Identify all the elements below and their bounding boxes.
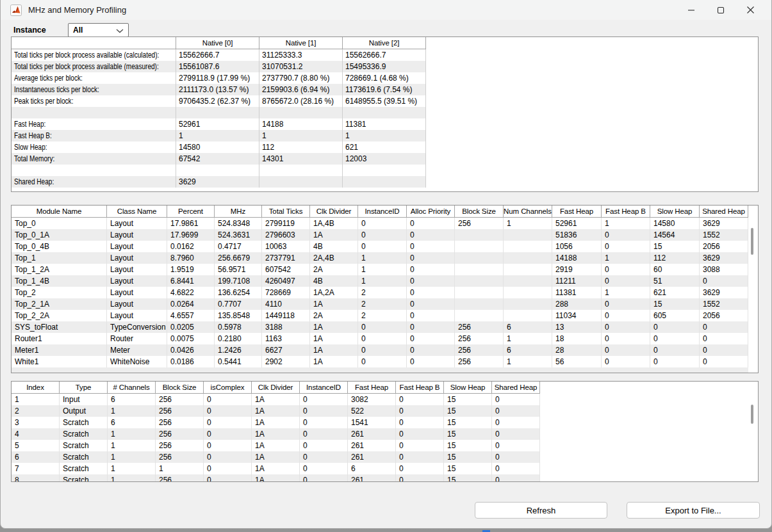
table-cell[interactable]: 1 <box>602 287 650 298</box>
table-cell[interactable]: Top_0_1A <box>12 229 107 241</box>
table-cell[interactable]: Router1 <box>12 333 107 344</box>
table-cell[interactable]: 6148955.5 (39.51 %) <box>343 95 426 107</box>
table-cell[interactable]: 288 <box>552 298 602 310</box>
table-cell[interactable]: 0 <box>407 356 455 367</box>
table-cell[interactable]: 67542 <box>176 153 259 165</box>
table-cell[interactable]: 256 <box>156 428 204 440</box>
table-cell[interactable]: Output <box>60 405 108 417</box>
table-cell[interactable]: 3629 <box>700 252 748 264</box>
table-cell[interactable]: 0 <box>300 440 348 451</box>
table-cell[interactable]: Top_2_2A <box>12 310 107 321</box>
table-cell[interactable]: 1 <box>358 275 407 287</box>
table-cell[interactable]: 0 <box>602 333 650 344</box>
table-cell[interactable]: 1A,4B <box>310 218 358 229</box>
table-cell[interactable]: 0 <box>358 321 407 333</box>
table-row[interactable]: 8Scratch125601A02610150 <box>12 474 540 482</box>
vertical-scrollbar-thumb[interactable] <box>751 228 753 255</box>
table-cell[interactable]: 1A <box>310 321 358 333</box>
table-cell[interactable]: 0 <box>492 451 540 463</box>
table-cell[interactable]: 199.7108 <box>215 275 262 287</box>
table-cell[interactable]: Peak ticks per block: <box>12 95 176 107</box>
table-cell[interactable]: 2 <box>358 310 407 321</box>
table-cell[interactable] <box>504 264 552 275</box>
table-cell[interactable]: 0 <box>700 356 748 367</box>
table-cell[interactable]: 0 <box>602 241 650 252</box>
table-cell[interactable]: 0 <box>492 463 540 474</box>
table-row[interactable]: 3Scratch625601A015410150 <box>12 417 540 428</box>
table-cell[interactable]: Fast Heap B: <box>12 130 176 141</box>
table-cell[interactable]: 524.3631 <box>215 229 262 241</box>
table-cell[interactable]: 256 <box>156 405 204 417</box>
table-cell[interactable] <box>343 107 426 118</box>
table-cell[interactable]: 14188 <box>552 252 602 264</box>
table-cell[interactable]: Layout <box>107 218 167 229</box>
table-cell[interactable]: 2056 <box>700 310 748 321</box>
table-cell[interactable]: 256.6679 <box>215 252 262 264</box>
table-cell[interactable]: 1A <box>252 474 300 482</box>
table-cell[interactable]: 135.8548 <box>215 310 262 321</box>
table-cell[interactable]: 11381 <box>343 118 426 130</box>
table-cell[interactable]: 2 <box>358 298 407 310</box>
table-cell[interactable]: 0 <box>396 394 444 405</box>
table-cell[interactable]: 6.8441 <box>167 275 215 287</box>
table-cell[interactable]: 1A <box>252 428 300 440</box>
table-cell[interactable]: 0 <box>602 344 650 356</box>
table-cell[interactable] <box>455 264 504 275</box>
table-cell[interactable]: 261 <box>348 428 396 440</box>
table-cell[interactable]: 12003 <box>343 153 426 165</box>
table-cell[interactable]: 2799119 <box>262 218 310 229</box>
table-cell[interactable]: 0 <box>407 298 455 310</box>
refresh-button[interactable]: Refresh <box>475 502 607 519</box>
table-cell[interactable]: Top_0 <box>12 218 107 229</box>
table-cell[interactable]: 3188 <box>262 321 310 333</box>
table-cell[interactable]: 10063 <box>262 241 310 252</box>
table-cell[interactable]: 0 <box>358 333 407 344</box>
table-cell[interactable]: Scratch <box>60 428 108 440</box>
table-cell[interactable]: 0 <box>492 405 540 417</box>
table-cell[interactable]: 0.0075 <box>167 333 215 344</box>
table-cell[interactable]: 0 <box>396 451 444 463</box>
table-cell[interactable]: 0.5441 <box>215 356 262 367</box>
table-cell[interactable]: Layout <box>107 275 167 287</box>
table-cell[interactable]: 31125333.3 <box>259 49 343 61</box>
table-cell[interactable]: 2737791 <box>262 252 310 264</box>
table-cell[interactable]: 2A <box>310 264 358 275</box>
table-cell[interactable]: 17.9699 <box>167 229 215 241</box>
table-cell[interactable]: 1552 <box>700 298 748 310</box>
table-cell[interactable]: 0 <box>300 451 348 463</box>
table-cell[interactable]: 1A <box>310 356 358 367</box>
table-cell[interactable]: 52961 <box>176 118 259 130</box>
table-cell[interactable]: 8765672.0 (28.16 %) <box>259 95 343 107</box>
maximize-button[interactable] <box>706 0 735 20</box>
table-cell[interactable]: 1 <box>108 405 156 417</box>
table-row[interactable]: 6Scratch125601A02610150 <box>12 451 540 463</box>
table-cell[interactable]: Scratch <box>60 417 108 428</box>
table-cell[interactable]: 0 <box>407 310 455 321</box>
table-cell[interactable]: 728669.1 (4.68 %) <box>343 72 426 84</box>
table-cell[interactable]: 15561087.6 <box>176 61 259 72</box>
table-cell[interactable]: 0 <box>204 440 252 451</box>
table-cell[interactable]: SYS_toFloat <box>12 321 107 333</box>
table-cell[interactable]: 256 <box>156 440 204 451</box>
table-cell[interactable] <box>504 229 552 241</box>
table-cell[interactable]: 0 <box>204 463 252 474</box>
table-cell[interactable]: 4.6822 <box>167 287 215 298</box>
table-cell[interactable]: 1 <box>602 252 650 264</box>
table-cell[interactable]: 0 <box>358 229 407 241</box>
table-cell[interactable]: 621 <box>650 287 700 298</box>
table-cell[interactable]: 0 <box>300 394 348 405</box>
table-cell[interactable]: 14188 <box>259 118 343 130</box>
table-cell[interactable]: 1 <box>358 252 407 264</box>
table-cell[interactable]: 2796603 <box>262 229 310 241</box>
table-cell[interactable]: 2737790.7 (8.80 %) <box>259 72 343 84</box>
table-cell[interactable]: Fast Heap: <box>12 118 176 130</box>
table-cell[interactable]: 0 <box>358 218 407 229</box>
table-cell[interactable]: Meter1 <box>12 344 107 356</box>
table-cell[interactable]: 18 <box>552 333 602 344</box>
table-cell[interactable]: 0 <box>204 417 252 428</box>
table-cell[interactable]: 11034 <box>552 310 602 321</box>
table-cell[interactable]: 0 <box>602 321 650 333</box>
table-cell[interactable]: 0 <box>396 463 444 474</box>
table-cell[interactable]: 0 <box>300 474 348 482</box>
table-cell[interactable]: 1 <box>108 451 156 463</box>
